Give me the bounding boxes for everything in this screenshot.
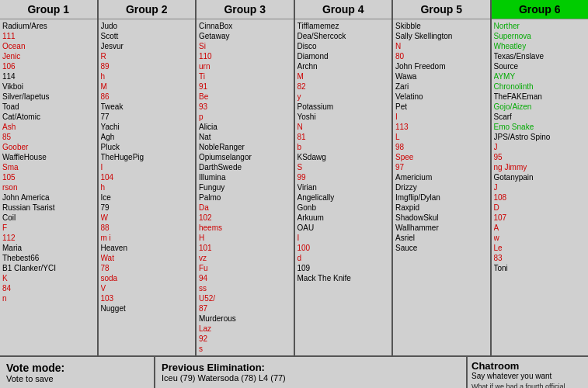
list-item: soda	[101, 273, 193, 283]
list-item: Radium/Ares	[2, 21, 95, 31]
group-header-group2: Group 2	[99, 0, 196, 19]
list-item: 102	[199, 213, 291, 223]
list-item: Be	[199, 92, 291, 102]
list-item: 91	[199, 81, 291, 92]
list-item: TheHugePig	[101, 152, 193, 162]
list-item: Tifflamemez	[297, 21, 390, 31]
list-item: Diamond	[297, 51, 390, 61]
list-item: 97	[395, 162, 488, 172]
list-item: J	[494, 182, 586, 192]
list-item: Dea/Shercock	[297, 31, 390, 41]
list-item: 95	[494, 152, 586, 162]
list-item: Zari	[395, 81, 488, 92]
list-item: Fu	[199, 263, 291, 273]
group-members-group5: SkibbleSally SkellingtonN80John FreedomW…	[393, 19, 490, 355]
group-members-group6: NortherSupernovaWheatleyTexas/EnslaveSou…	[492, 19, 589, 355]
list-item: Pet	[395, 102, 488, 112]
list-item: 87	[199, 303, 291, 314]
vote-mode-sub: Vote to save	[6, 374, 148, 383]
list-item: Ocean	[2, 41, 95, 51]
list-item: Disco	[297, 41, 390, 51]
group-header-group4: Group 4	[295, 0, 392, 19]
list-item: Emo Snake	[494, 122, 586, 132]
list-item: 105	[2, 172, 95, 182]
list-item: WaffleHouse	[2, 152, 95, 162]
list-item: 112	[2, 233, 95, 243]
list-item: 107	[494, 213, 586, 223]
list-item: p	[199, 112, 291, 122]
list-item: Jenic	[2, 51, 95, 61]
list-item: 92	[199, 334, 291, 344]
list-item: 110	[199, 51, 291, 61]
list-item: Wawa	[395, 71, 488, 81]
group-col-group1: Group 1Radium/Ares111OceanJenic106114Vik…	[0, 0, 99, 355]
list-item: Judo	[101, 21, 193, 31]
list-item: Potassium	[297, 102, 390, 112]
list-item: 80	[395, 51, 488, 61]
group-col-group5: Group 5SkibbleSally SkellingtonN80John F…	[393, 0, 492, 355]
list-item: Goober	[2, 142, 95, 152]
list-item: 109	[297, 263, 390, 273]
chat-sub: Say whatever you want	[471, 372, 584, 380]
list-item: Asriel	[395, 233, 488, 243]
chat-title: Chatroom	[471, 360, 584, 372]
list-item: AYMY	[494, 71, 586, 81]
list-item: TheFAKEman	[494, 92, 586, 102]
list-item: M	[101, 81, 193, 92]
list-item: Wallhammer	[395, 223, 488, 233]
list-item: Gotanypain	[494, 172, 586, 182]
list-item: Nat	[199, 132, 291, 142]
list-item: Norther	[494, 21, 586, 31]
list-item: Ti	[199, 71, 291, 81]
list-item: 86	[101, 92, 193, 102]
list-item: 114	[2, 71, 95, 81]
list-item: 81	[297, 132, 390, 142]
list-item: Arkuum	[297, 213, 390, 223]
list-item: Pluck	[101, 142, 193, 152]
list-item: Gojo/Aizen	[494, 102, 586, 112]
list-item: I	[297, 233, 390, 243]
list-item: h	[101, 182, 193, 192]
list-item: Ash	[2, 122, 95, 132]
list-item: Da	[199, 203, 291, 213]
list-item: 83	[494, 253, 586, 263]
list-item: Virian	[297, 182, 390, 192]
list-item: John Freedom	[395, 61, 488, 71]
list-item: NobleRanger	[199, 142, 291, 152]
list-item: Alicia	[199, 122, 291, 132]
list-item: 103	[101, 293, 193, 303]
list-item: Murderous	[199, 314, 291, 324]
chat-panel: Chatroom Say whatever you want What if w…	[468, 357, 588, 388]
list-item: Russian Tsarist	[2, 203, 95, 213]
chat-messages: What if we had a fourth officialYoshiay …	[471, 382, 584, 388]
list-item: 85	[2, 132, 95, 142]
list-item: Wheatley	[494, 41, 586, 51]
list-item: 113	[395, 122, 488, 132]
list-item: 77	[101, 112, 193, 122]
list-item: 99	[297, 172, 390, 182]
list-item: John America	[2, 192, 95, 203]
list-item: Ice	[101, 192, 193, 203]
main-container: Group 1Radium/Ares111OceanJenic106114Vik…	[0, 0, 588, 388]
list-item: Sally Skellington	[395, 31, 488, 41]
list-item: 93	[199, 102, 291, 112]
list-item: w	[494, 233, 586, 243]
list-item: J	[494, 142, 586, 152]
list-item: 78	[101, 263, 193, 273]
list-item: I	[395, 112, 488, 122]
list-item: JPS/Astro Spino	[494, 132, 586, 142]
list-item: Silver/Iapetus	[2, 92, 95, 102]
list-item: n	[2, 293, 95, 303]
list-item: Le	[494, 243, 586, 253]
list-item: Palmo	[199, 192, 291, 203]
list-item: Chronolinth	[494, 81, 586, 92]
list-item: L	[395, 132, 488, 142]
list-item: 84	[2, 283, 95, 293]
list-item: Supernova	[494, 31, 586, 41]
chat-message: What if we had a fourth official	[471, 382, 584, 388]
list-item: Laz	[199, 324, 291, 334]
bottom-section: Vote mode: Vote to save Votes: 1 Previou…	[0, 357, 588, 388]
prev-elim-text: Iceu (79) Watersoda (78) L4 (77)	[162, 373, 460, 383]
list-item: Sma	[2, 162, 95, 172]
list-item: Skibble	[395, 21, 488, 31]
